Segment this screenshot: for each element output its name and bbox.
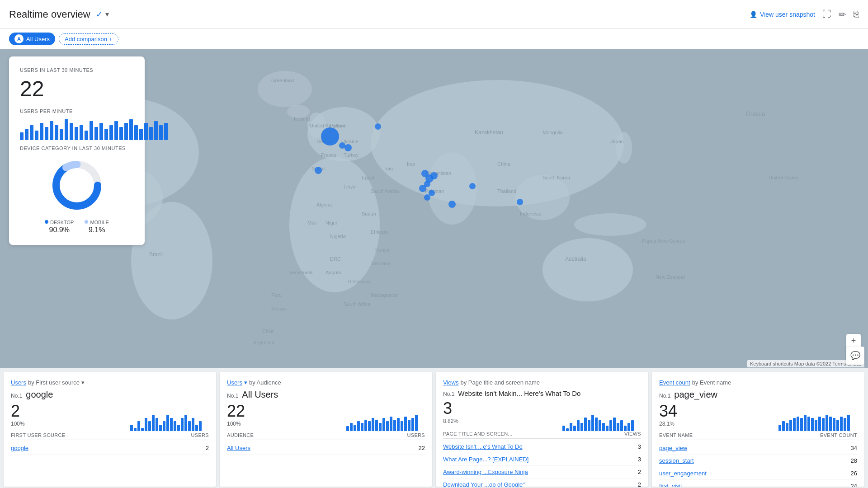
panel2-title-dropdown[interactable]: ▾ bbox=[244, 379, 247, 386]
bar bbox=[70, 123, 73, 140]
row-label[interactable]: All Users bbox=[227, 445, 250, 451]
mini-bar bbox=[844, 418, 846, 431]
panel-first-user-source: Users by First user source ▾ No.1 google… bbox=[4, 372, 216, 487]
chat-icon[interactable]: 💬 bbox=[846, 347, 864, 365]
row-label[interactable]: Award-winning ...Exposure Ninja bbox=[443, 469, 528, 475]
row-value: 28 bbox=[851, 457, 857, 464]
panel1-col2: USERS bbox=[191, 432, 209, 438]
svg-text:United Kingdom: United Kingdom bbox=[310, 123, 345, 128]
row-value: 24 bbox=[851, 483, 857, 487]
mini-bar bbox=[372, 418, 374, 431]
snapshot-icon: 👤 bbox=[750, 11, 757, 18]
panel3-no1-label: No.1 bbox=[443, 391, 454, 397]
mini-bar bbox=[177, 425, 180, 431]
svg-point-74 bbox=[429, 190, 435, 196]
all-users-badge[interactable]: A All Users bbox=[9, 33, 55, 45]
header-right: 👤 View user snapshot ⛶ ✏ ⎘ bbox=[750, 9, 859, 20]
panel1-header: FIRST USER SOURCE USERS bbox=[11, 432, 209, 440]
mini-bar bbox=[782, 421, 785, 431]
svg-text:Mali: Mali bbox=[307, 220, 316, 225]
add-comparison-button[interactable]: Add comparison + bbox=[59, 33, 118, 45]
row-label[interactable]: google bbox=[11, 445, 28, 451]
row-value: 3 bbox=[638, 443, 641, 450]
row-label[interactable]: Download Your ...op of Google" bbox=[443, 481, 525, 487]
row-label[interactable]: Website Isn't ...e's What To Do bbox=[443, 443, 523, 450]
panel4-title: Event count by Event name bbox=[659, 379, 857, 386]
fullscreen-icon[interactable]: ⛶ bbox=[822, 9, 831, 19]
svg-point-12 bbox=[574, 213, 646, 236]
bar bbox=[99, 123, 103, 140]
svg-text:Venezuela: Venezuela bbox=[289, 270, 313, 275]
filter-bar: A All Users Add comparison + bbox=[0, 29, 868, 49]
row-value: 2 bbox=[638, 469, 641, 475]
mobile-dot bbox=[85, 220, 88, 224]
donut-chart bbox=[20, 158, 134, 212]
share-icon[interactable]: ⎘ bbox=[854, 9, 859, 19]
panel1-mini-chart bbox=[130, 413, 202, 431]
view-snapshot-button[interactable]: 👤 View user snapshot bbox=[750, 11, 815, 18]
panel2-title-link[interactable]: Users bbox=[227, 379, 242, 386]
svg-point-78 bbox=[517, 199, 523, 205]
users-per-minute-chart bbox=[20, 117, 134, 140]
svg-text:Peru: Peru bbox=[271, 292, 282, 298]
mini-bar bbox=[386, 421, 389, 431]
mini-bar bbox=[778, 425, 781, 431]
chat-bubble-icon: 💬 bbox=[850, 351, 860, 361]
panel4-title-suffix: by Event name bbox=[692, 379, 731, 386]
svg-text:Turkey: Turkey bbox=[344, 152, 359, 158]
mini-bar bbox=[397, 418, 400, 431]
row-label[interactable]: user_engagement bbox=[659, 470, 707, 477]
panel2-table: AUDIENCE USERS All Users22 bbox=[227, 432, 425, 455]
panel3-top: No.1 Website Isn't Makin... Here's What … bbox=[443, 389, 641, 426]
bar bbox=[164, 123, 168, 140]
table-row: Website Isn't ...e's What To Do3 bbox=[443, 441, 641, 453]
svg-text:France: France bbox=[321, 152, 336, 158]
mini-bar bbox=[573, 426, 576, 431]
svg-text:South Africa: South Africa bbox=[344, 301, 371, 307]
svg-text:Nigeria: Nigeria bbox=[330, 234, 346, 239]
mini-bar bbox=[166, 415, 169, 431]
panel4-mini-chart bbox=[778, 413, 850, 431]
mini-bar bbox=[620, 420, 623, 431]
mini-bar bbox=[195, 425, 198, 431]
bar bbox=[124, 123, 128, 140]
svg-point-71 bbox=[430, 172, 438, 179]
avatar: A bbox=[14, 34, 24, 43]
mini-bar bbox=[800, 418, 803, 431]
bar bbox=[20, 132, 24, 140]
bar bbox=[75, 127, 78, 140]
row-label[interactable]: What Are Page...? [EXPLAINED] bbox=[443, 456, 528, 463]
panel4-title-link[interactable]: Event count bbox=[659, 379, 690, 386]
row-value: 34 bbox=[851, 445, 857, 451]
panel1-table: FIRST USER SOURCE USERS google2 bbox=[11, 432, 209, 455]
view-snapshot-label: View user snapshot bbox=[760, 11, 815, 18]
panel3-title-link[interactable]: Views bbox=[443, 379, 458, 386]
mini-bar bbox=[130, 425, 133, 431]
table-row: first_visit24 bbox=[659, 480, 857, 487]
mini-bar bbox=[631, 420, 634, 431]
panel1-dropdown[interactable]: ▾ bbox=[81, 379, 85, 386]
edit-icon[interactable]: ✏ bbox=[839, 9, 846, 20]
header-dropdown-arrow[interactable]: ▾ bbox=[105, 10, 109, 19]
panel2-header: AUDIENCE USERS bbox=[227, 432, 425, 440]
panel3-rows: Website Isn't ...e's What To Do3What Are… bbox=[443, 441, 641, 487]
row-label[interactable]: session_start bbox=[659, 457, 694, 464]
svg-text:United States: United States bbox=[769, 175, 799, 180]
mini-bar bbox=[156, 418, 158, 431]
panel1-title: Users by First user source ▾ bbox=[11, 379, 209, 386]
mini-bar bbox=[815, 420, 817, 431]
panel4-table: EVENT NAME EVENT COUNT page_view34sessio… bbox=[659, 432, 857, 487]
header-status: ✓ ▾ bbox=[96, 9, 109, 19]
row-label[interactable]: page_view bbox=[659, 445, 687, 451]
panel4-col1: EVENT NAME bbox=[659, 432, 693, 438]
panel1-title-link[interactable]: Users bbox=[11, 379, 26, 386]
bar bbox=[30, 125, 33, 140]
mini-bar bbox=[393, 420, 396, 431]
mini-bar bbox=[379, 423, 382, 431]
svg-text:Madagascar: Madagascar bbox=[371, 292, 398, 298]
panel1-col1: FIRST USER SOURCE bbox=[11, 432, 65, 438]
panel-page-title: Views by Page title and screen name No.1… bbox=[436, 372, 648, 487]
mini-bar bbox=[811, 418, 814, 431]
row-label[interactable]: first_visit bbox=[659, 483, 682, 487]
mini-bar bbox=[577, 420, 580, 431]
